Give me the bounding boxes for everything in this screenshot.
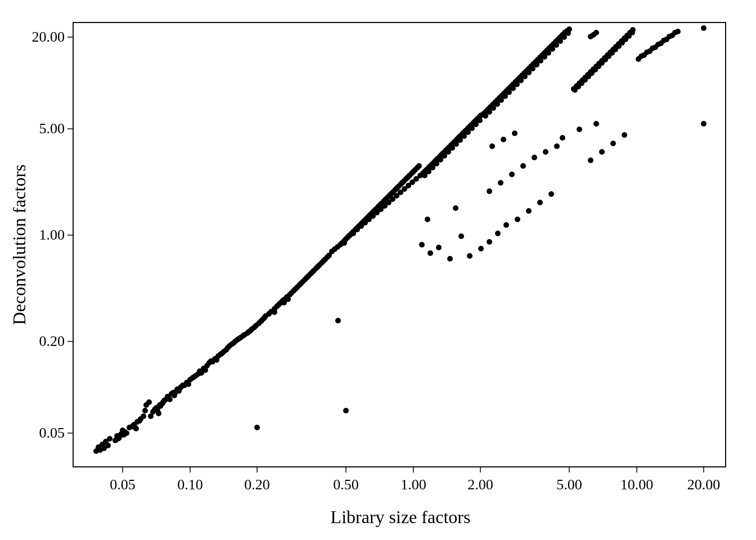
svg-point-336 [565,30,571,36]
svg-point-265 [428,250,433,256]
svg-point-343 [509,172,515,177]
svg-point-417 [701,121,706,127]
svg-point-342 [498,180,503,186]
svg-point-345 [532,155,537,160]
svg-point-68 [167,397,173,402]
svg-point-409 [638,53,644,59]
svg-point-348 [489,143,495,149]
x-tick-0.05: 0.05 [110,476,136,493]
svg-point-392 [599,149,605,155]
svg-point-102 [236,336,242,341]
svg-point-24 [107,436,112,442]
svg-point-344 [520,163,526,169]
svg-point-76 [193,373,199,379]
y-tick-0.05: 0.05 [39,425,65,441]
svg-point-340 [548,191,554,197]
svg-point-414 [667,34,672,39]
svg-point-416 [701,25,706,31]
y-tick-5.00: 5.00 [39,120,65,137]
x-tick-0.20: 0.20 [244,476,270,493]
svg-point-106 [246,329,251,335]
x-tick-5.00: 5.00 [556,476,582,493]
svg-point-22 [101,446,107,451]
svg-point-395 [577,127,582,132]
svg-point-150 [343,408,349,413]
svg-point-271 [487,239,492,245]
svg-point-339 [537,200,543,205]
svg-point-23 [93,448,99,454]
svg-point-41 [141,413,146,419]
x-tick-2.00: 2.00 [467,476,493,493]
svg-point-337 [515,217,520,222]
svg-point-394 [622,132,627,138]
svg-point-273 [503,222,509,228]
svg-point-341 [487,188,492,194]
svg-point-391 [588,158,593,163]
svg-point-268 [458,233,464,239]
svg-point-338 [526,208,532,214]
y-tick-1.00: 1.00 [39,227,65,243]
svg-point-148 [281,300,287,305]
svg-point-83 [202,367,208,373]
svg-point-393 [610,141,616,146]
svg-point-266 [436,245,442,250]
svg-point-196 [416,163,422,169]
svg-point-412 [655,42,661,47]
svg-point-410 [644,50,650,55]
svg-point-45 [142,408,148,413]
chart-container: 0.05 0.10 0.20 0.50 1.00 2.00 5.00 10.00 [0,0,756,540]
svg-point-99 [210,359,215,364]
svg-point-69 [254,425,260,430]
svg-point-54 [158,403,163,409]
x-tick-20.00: 20.00 [687,476,721,493]
svg-point-390 [629,30,635,35]
svg-point-149 [335,318,341,323]
x-tick-1.00: 1.00 [400,476,426,493]
svg-point-264 [419,242,425,248]
svg-point-347 [554,143,560,149]
svg-point-270 [478,246,484,251]
svg-point-396 [593,121,599,127]
y-tick-20.00: 20.00 [32,29,65,45]
svg-point-66 [173,389,178,395]
svg-point-146 [272,309,277,315]
x-axis-label: Library size factors [331,507,471,527]
svg-point-272 [495,231,501,236]
y-axis-label: Deconvolution factors [9,164,29,325]
svg-point-56 [156,411,161,416]
svg-point-413 [661,38,667,43]
x-tick-10.00: 10.00 [620,476,654,493]
svg-point-350 [512,130,518,136]
svg-point-197 [341,240,347,246]
x-tick-0.50: 0.50 [333,476,359,493]
svg-point-58 [150,409,156,415]
svg-point-55 [161,398,167,403]
svg-point-42 [133,426,139,431]
svg-point-411 [650,46,655,51]
svg-point-34 [121,432,127,438]
svg-point-267 [447,256,453,262]
svg-point-275 [453,205,458,211]
svg-point-269 [467,253,472,259]
x-tick-0.10: 0.10 [177,476,203,493]
svg-point-349 [501,137,506,142]
svg-point-415 [672,30,678,35]
svg-point-78 [182,382,187,388]
svg-point-263 [477,118,483,123]
svg-point-397 [560,135,565,141]
y-tick-0.20: 0.20 [39,333,65,349]
svg-point-274 [425,217,430,222]
svg-point-400 [591,32,596,38]
svg-point-39 [137,418,142,424]
svg-point-346 [543,149,548,155]
svg-point-44 [146,399,152,405]
